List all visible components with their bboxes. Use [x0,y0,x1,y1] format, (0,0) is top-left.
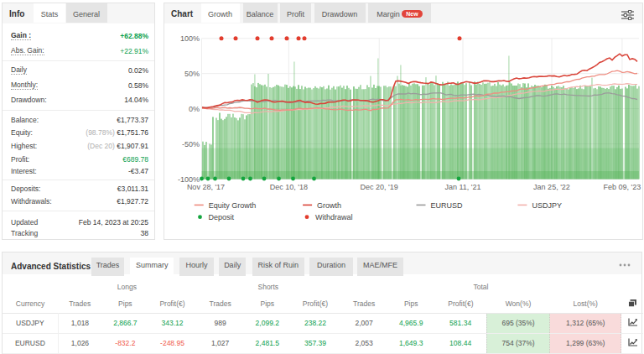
svg-text:-50%: -50% [182,140,200,148]
svg-text:Feb 09, '23: Feb 09, '23 [604,183,641,191]
svg-text:Withdrawal: Withdrawal [315,213,353,221]
svg-text:100%: 100% [180,34,200,43]
svg-text:Jan 11, '21: Jan 11, '21 [444,183,480,191]
svg-text:Deposit: Deposit [209,213,235,221]
svg-text:Nov 28, '17: Nov 28, '17 [187,183,225,191]
svg-text:Dec 10, '18: Dec 10, '18 [270,183,308,191]
svg-text:Equity Growth: Equity Growth [209,201,257,210]
svg-text:Dec 20, '19: Dec 20, '19 [361,183,398,191]
svg-text:USDJPY: USDJPY [532,201,562,210]
svg-text:50%: 50% [184,70,200,78]
svg-text:Jan 25, '22: Jan 25, '22 [533,183,570,191]
svg-text:0%: 0% [189,105,200,113]
svg-text:EURUSD: EURUSD [431,201,464,210]
svg-text:Growth: Growth [317,201,341,210]
